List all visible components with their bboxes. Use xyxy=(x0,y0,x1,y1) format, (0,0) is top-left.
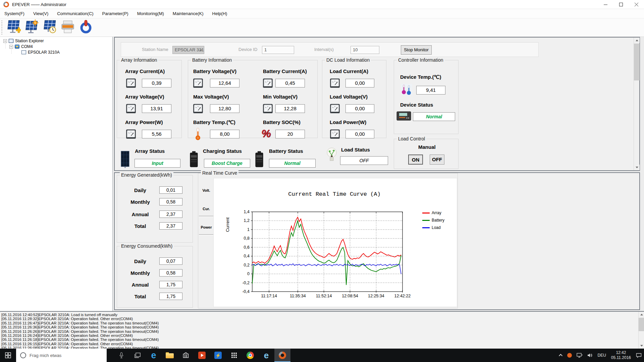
array-line-swatch xyxy=(422,213,430,214)
battery-icon xyxy=(189,151,199,169)
network-button[interactable] xyxy=(574,349,585,362)
legend-item-array: Array xyxy=(422,210,441,215)
tree-item-station-explorer[interactable]: Station Explorer xyxy=(3,38,44,44)
media-app-button[interactable] xyxy=(194,349,210,362)
scroll-up-icon[interactable] xyxy=(639,312,644,317)
chevron-up-icon xyxy=(559,354,562,358)
log-line: [05.11.2016 11:26:47]EPSOLAR 3210A: Oper… xyxy=(0,321,644,325)
load-off-button[interactable]: OFF xyxy=(430,155,444,165)
exit-button[interactable] xyxy=(78,20,94,35)
folder-icon xyxy=(166,352,174,358)
tray-expand-button[interactable] xyxy=(557,349,565,362)
close-button[interactable] xyxy=(629,0,644,9)
tray-app-button[interactable] xyxy=(565,349,574,362)
event-log: [05.11.2016 12:40:52]EPSOLAR 3210A: Load… xyxy=(0,311,644,349)
max-voltage-label: Max Voltage(V) xyxy=(193,94,229,100)
battery-line-swatch xyxy=(422,220,430,221)
tree-item-com4[interactable]: COM4 xyxy=(9,44,33,49)
collapse-icon[interactable] xyxy=(3,39,7,43)
svg-text:1,2: 1,2 xyxy=(244,218,250,223)
charging-status-value: Boost Charge xyxy=(204,159,250,168)
menu-communication[interactable]: Communication(C) xyxy=(53,10,98,17)
load-status-label: Load Status xyxy=(341,147,370,153)
interval-field[interactable]: 10 xyxy=(351,46,379,54)
maximize-button[interactable] xyxy=(613,0,629,9)
log-scrollbar[interactable] xyxy=(638,312,644,349)
taskbar-clock[interactable]: 12:42 05.11.2016 xyxy=(608,350,634,360)
percent-icon: % xyxy=(261,128,271,139)
scrollbar-thumb[interactable] xyxy=(634,44,640,80)
tab-volt[interactable]: Volt. xyxy=(200,186,213,195)
battery-voltage-value: 12,64 xyxy=(210,79,239,87)
device-id-field[interactable]: 1 xyxy=(262,46,294,54)
monitor-station-button[interactable] xyxy=(23,20,40,35)
history-station-button[interactable] xyxy=(42,20,58,35)
monitor-scrollbar[interactable] xyxy=(634,38,639,170)
toolbar-drag-handle[interactable] xyxy=(1,20,2,35)
store-button[interactable] xyxy=(178,349,194,362)
menu-system[interactable]: System(F) xyxy=(0,10,29,17)
taskbar-search[interactable]: Frag mich etwas xyxy=(16,349,107,362)
file-explorer-button[interactable] xyxy=(162,349,178,362)
menu-parameter[interactable]: Parameter(P) xyxy=(98,10,133,17)
tree-item-epsolar-3210a[interactable]: EPSOLAR 3210A xyxy=(21,50,60,55)
svg-text:1,4: 1,4 xyxy=(244,209,250,214)
print-button[interactable] xyxy=(60,20,76,35)
legend-label: Load xyxy=(432,225,441,230)
svg-text:11:35:34: 11:35:34 xyxy=(290,294,306,298)
energy-generated-group: Energy Generated(kWh) Daily 0,01 Monthly… xyxy=(117,175,193,243)
edge-browser-button[interactable]: e xyxy=(146,349,162,362)
svg-text:-0,4: -0,4 xyxy=(242,289,250,294)
minimize-button[interactable] xyxy=(598,0,613,9)
load-line-swatch xyxy=(422,227,430,228)
group-title: Load Control xyxy=(397,136,426,141)
chart-plot: 11:17:1411:35:3411:52:1412:08:5412:25:34… xyxy=(214,178,458,307)
scroll-down-icon[interactable] xyxy=(634,165,640,170)
all-apps-button[interactable] xyxy=(226,349,242,362)
svg-text:0,2: 0,2 xyxy=(244,263,250,267)
battery-soc-value: 20 xyxy=(275,130,305,138)
load-on-button[interactable]: ON xyxy=(408,155,423,165)
blue-app-button[interactable]: ⚡ xyxy=(210,349,226,362)
volume-button[interactable] xyxy=(585,349,595,362)
stop-monitor-button[interactable]: Stop Monitor xyxy=(401,45,432,55)
tab-power[interactable]: Power xyxy=(200,223,213,232)
scroll-up-icon[interactable] xyxy=(634,38,640,43)
volume-icon xyxy=(587,353,593,358)
interval-label: Interval(s) xyxy=(314,47,334,52)
gauge-icon xyxy=(126,78,137,88)
start-button[interactable] xyxy=(0,349,16,362)
task-view-button[interactable] xyxy=(129,349,146,362)
title-bar: EPEVER —— Administrator xyxy=(0,0,644,9)
action-center-button[interactable] xyxy=(634,349,644,362)
tree-item-label: Station Explorer xyxy=(15,39,44,43)
array-information-group: Array Information Array Current(A) 0,39 … xyxy=(117,60,182,138)
menu-help[interactable]: Help(H) xyxy=(208,10,232,17)
tab-current[interactable]: Cur. xyxy=(200,204,213,213)
load-control-group: Load Control Manual ON OFF xyxy=(394,139,459,169)
dictation-button[interactable] xyxy=(113,349,129,362)
group-title: Controller Information xyxy=(397,57,445,63)
collapse-icon[interactable] xyxy=(9,45,13,49)
menu-maintenance[interactable]: Maintenance(K) xyxy=(168,10,208,17)
add-station-button[interactable] xyxy=(5,20,21,35)
chrome-button[interactable] xyxy=(242,349,258,362)
edge-icon: e xyxy=(151,351,156,360)
gauge-icon xyxy=(330,129,340,139)
menu-monitoring[interactable]: Monitoring(M) xyxy=(133,10,168,17)
station-name-select[interactable]: EPSOLAR 321 xyxy=(172,46,204,54)
language-indicator[interactable]: DEU xyxy=(595,349,608,362)
solar-panel-icon xyxy=(120,151,130,170)
scrollbar-thumb[interactable] xyxy=(639,318,644,331)
group-title: Array Information xyxy=(120,57,158,63)
system-tray: DEU 12:42 05.11.2016 xyxy=(557,349,644,362)
group-title: Energy Generated(kWh) xyxy=(120,172,173,178)
menu-view[interactable]: View(V) xyxy=(29,10,53,17)
monthly-consumed-value: 0,58 xyxy=(159,269,182,277)
monitor-panel: Station Name EPSOLAR 321 Device ID 1 Int… xyxy=(114,37,640,171)
epever-app-button[interactable] xyxy=(274,349,290,362)
internet-explorer-button[interactable]: e xyxy=(258,349,274,362)
total-label: Total xyxy=(127,294,153,299)
scroll-down-icon[interactable] xyxy=(639,343,644,349)
real-time-chart: Current Real Time Curve (A) Current 11:1… xyxy=(213,178,457,307)
